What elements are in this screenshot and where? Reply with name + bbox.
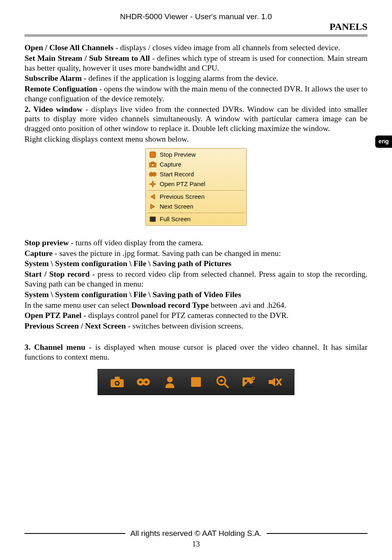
fullscreen-icon bbox=[148, 216, 157, 223]
toolbar-capture-icon[interactable] bbox=[110, 375, 125, 389]
subscribe-alarm-label: Subscribe Alarm bbox=[24, 74, 82, 82]
svg-marker-9 bbox=[151, 194, 155, 199]
download-type-bold: Download record Type bbox=[131, 301, 209, 309]
svg-point-27 bbox=[245, 380, 247, 382]
channel-menu-label: 3. Channel menu bbox=[24, 343, 85, 351]
menu-item-label: Full Screen bbox=[160, 216, 191, 222]
document-header: NHDR-5000 Viewer - User's manual ver. 1.… bbox=[24, 12, 368, 21]
start-stop-label: Start / Stop record bbox=[24, 270, 90, 278]
menu-item-capture[interactable]: Capture bbox=[146, 160, 246, 169]
prev-next-desc: Previous Screen / Next Screen - switches… bbox=[24, 321, 368, 331]
footer-rule-right bbox=[267, 533, 368, 534]
download-type-desc: In the same menu user can select Downloa… bbox=[24, 300, 368, 310]
toolbar-record-icon[interactable] bbox=[136, 375, 151, 389]
title-rule bbox=[24, 35, 368, 36]
menu-separator bbox=[147, 190, 245, 191]
svg-point-6 bbox=[151, 173, 152, 175]
toolbar-zoom-icon[interactable] bbox=[215, 375, 230, 389]
svg-point-15 bbox=[116, 382, 118, 384]
video-window-desc: 2. Video window - displays live video fr… bbox=[24, 104, 368, 133]
context-menu: Stop Preview Capture Start Record Open P… bbox=[145, 148, 247, 226]
page-number: 13 bbox=[0, 540, 392, 549]
capture-text: - saves the picture in .jpg format. Savi… bbox=[53, 249, 281, 258]
toolbar-mute-icon[interactable] bbox=[268, 375, 283, 389]
toolbar-image-settings-icon[interactable] bbox=[241, 375, 256, 389]
right-click-note: Right clicking displays context menu sho… bbox=[24, 134, 368, 144]
start-stop-desc: Start / Stop record - press to record vi… bbox=[24, 269, 368, 289]
svg-marker-8 bbox=[149, 181, 156, 187]
menu-item-label: Previous Screen bbox=[160, 193, 205, 200]
capture-desc: Capture - saves the picture in .jpg form… bbox=[24, 249, 368, 258]
download-type-post: between .avi and .h264. bbox=[209, 301, 286, 309]
video-window-label: 2. Video window bbox=[24, 105, 82, 113]
menu-item-label: Next Screen bbox=[160, 203, 194, 210]
menu-item-open-ptz[interactable]: Open PTZ Panel bbox=[146, 179, 246, 189]
svg-point-19 bbox=[145, 381, 147, 383]
ptz-icon bbox=[148, 180, 157, 188]
set-stream-desc: Set Main Stream / Sub Stream to All - de… bbox=[24, 53, 368, 73]
open-ptz-desc: Open PTZ Panel - displays control panel … bbox=[24, 311, 368, 320]
svg-point-18 bbox=[139, 381, 142, 383]
next-icon bbox=[148, 203, 157, 210]
menu-item-label: Capture bbox=[160, 161, 181, 168]
menu-item-label: Start Record bbox=[160, 171, 194, 178]
open-ptz-label: Open PTZ Panel bbox=[24, 311, 82, 320]
svg-rect-21 bbox=[191, 377, 201, 387]
menu-item-full-screen[interactable]: Full Screen bbox=[146, 214, 246, 224]
menu-item-start-record[interactable]: Start Record bbox=[146, 169, 246, 179]
record-icon bbox=[148, 171, 157, 178]
open-ptz-text: - displays control panel for PTZ cameras… bbox=[82, 311, 289, 320]
video-path: System \ System configuration \ File \ S… bbox=[24, 290, 368, 300]
open-close-label: Open / Close All Channels bbox=[24, 43, 114, 52]
channel-toolbar bbox=[98, 369, 294, 395]
prev-next-text: - switches between division screens. bbox=[126, 322, 243, 330]
open-close-text: - displays / closes video image from all… bbox=[114, 43, 340, 52]
set-stream-label: Set Main Stream / Sub Stream to All bbox=[24, 54, 150, 62]
remote-config-label: Remote Configuation bbox=[24, 84, 97, 93]
footer-rule-left bbox=[24, 533, 125, 534]
menu-item-next-screen[interactable]: Next Screen bbox=[146, 202, 246, 211]
svg-rect-11 bbox=[150, 217, 156, 222]
svg-point-20 bbox=[167, 377, 173, 382]
camera-icon bbox=[148, 161, 157, 168]
language-tab: eng bbox=[375, 136, 392, 148]
stop-preview-label: Stop preview bbox=[24, 238, 69, 247]
svg-marker-30 bbox=[269, 378, 275, 387]
svg-marker-10 bbox=[151, 204, 155, 209]
prev-next-label: Previous Screen / Next Screen bbox=[24, 322, 126, 330]
menu-separator bbox=[147, 213, 245, 213]
svg-line-23 bbox=[225, 384, 228, 387]
capture-label: Capture bbox=[24, 249, 53, 258]
svg-point-7 bbox=[154, 173, 155, 175]
menu-item-previous-screen[interactable]: Previous Screen bbox=[146, 192, 246, 202]
open-close-desc: Open / Close All Channels - displays / c… bbox=[24, 43, 368, 53]
subscribe-alarm-text: - defines if the application is logging … bbox=[82, 74, 278, 82]
svg-rect-0 bbox=[150, 152, 156, 158]
stop-icon bbox=[148, 151, 157, 158]
download-type-pre: In the same menu user can select bbox=[24, 301, 131, 309]
section-title: PANELS bbox=[24, 21, 369, 32]
svg-rect-13 bbox=[115, 377, 120, 380]
remote-config-desc: Remote Configuation - opens the window w… bbox=[24, 84, 368, 104]
stop-preview-text: - turns off video display from the camer… bbox=[69, 238, 203, 247]
footer-copyright: All rights reserved © AAT Holding S.A. bbox=[130, 529, 262, 538]
svg-point-3 bbox=[151, 164, 154, 166]
stop-preview-desc: Stop preview - turns off video display f… bbox=[24, 238, 368, 248]
svg-rect-2 bbox=[151, 162, 154, 163]
menu-item-stop-preview[interactable]: Stop Preview bbox=[146, 150, 246, 160]
previous-icon bbox=[148, 193, 157, 200]
menu-item-label: Open PTZ Panel bbox=[160, 180, 205, 187]
toolbar-stop-icon[interactable] bbox=[189, 375, 203, 389]
toolbar-user-icon[interactable] bbox=[163, 375, 177, 389]
page-footer: All rights reserved © AAT Holding S.A. 1… bbox=[0, 529, 392, 549]
menu-item-label: Stop Preview bbox=[160, 151, 196, 158]
subscribe-alarm-desc: Subscribe Alarm - defines if the applica… bbox=[24, 73, 368, 83]
pictures-path: System \ System configuration \ File \ S… bbox=[24, 259, 368, 269]
channel-menu-desc: 3. Channel menu - is displayed when mous… bbox=[24, 342, 368, 362]
